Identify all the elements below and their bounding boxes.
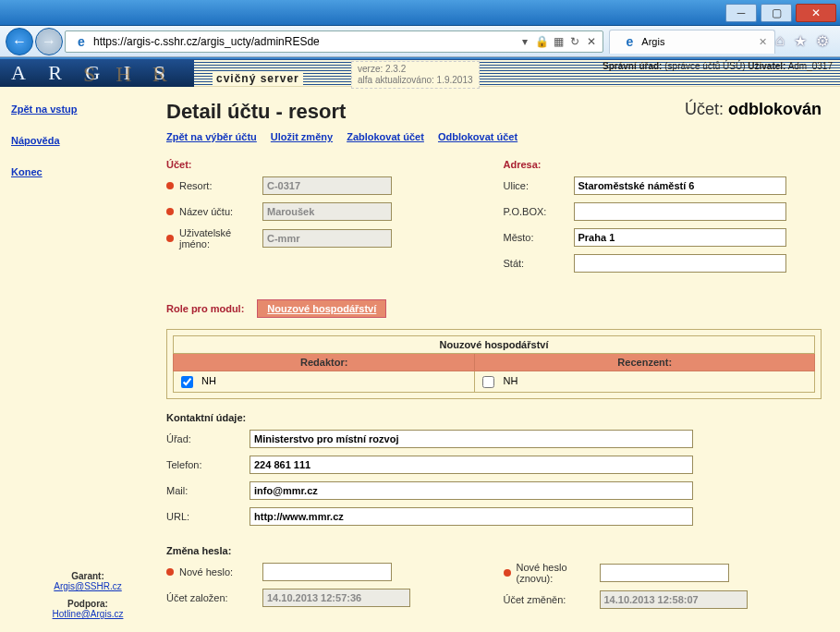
input-newpass-again[interactable] [600,564,729,582]
label-newpass: Nové heslo: [179,566,262,577]
label-office: Úřad: [166,433,250,444]
required-dot-icon [504,569,511,577]
input-office[interactable] [250,430,693,448]
label-username: Uživatelské jméno: [179,227,262,249]
checkbox-reviewer-nh[interactable] [482,376,494,388]
browser-toolbar: ← → e ▾ 🔒 ▦ ↻ ✕ e Argis ✕ ⌂ ★ ⚙ [0,26,840,57]
content: Detail účtu - resort Účet: odblokován Zp… [161,87,840,632]
roles-caption: Nouzové hospodářství [174,336,815,354]
ie-icon: e [621,33,638,50]
action-unblock[interactable]: Odblokovat účet [438,131,517,142]
header-meta: Správní úřad: (správce účtů ÚSÚ) Uživate… [603,61,833,71]
home-icon[interactable]: ⌂ [775,32,785,50]
input-street[interactable] [574,176,786,195]
account-status: Účet: odblokován [685,100,822,119]
dropdown-icon[interactable]: ▾ [517,35,532,48]
label-pobox: P.O.BOX: [504,206,574,217]
logo-shadow: S H R [83,62,175,87]
required-dot-icon [166,235,174,242]
favorites-icon[interactable]: ★ [794,32,807,50]
window-minimize-button[interactable]: ─ [725,4,757,22]
sidebar: Zpět na vstup Nápověda Konec Garant: Arg… [0,87,161,632]
required-dot-icon [166,568,174,576]
action-block[interactable]: Zablokovat účet [347,131,424,142]
label-resort: Resort: [179,180,262,191]
label-url: URL: [166,511,250,522]
sidebar-footer: Garant: Argis@SSHR.cz Podpora: Hotline@A… [18,571,157,619]
refresh-icon[interactable]: ↻ [567,35,582,48]
label-state: Stát: [504,258,574,269]
input-changed [600,590,748,609]
input-phone[interactable] [250,456,693,474]
url-input[interactable] [93,35,516,48]
input-newpass[interactable] [262,563,392,581]
input-city[interactable] [574,228,786,247]
label-mail: Mail: [166,485,250,496]
input-username [262,229,392,248]
label-newpass-again: Nové heslo (znovu): [517,562,600,584]
label-street: Ulice: [504,180,574,191]
input-state[interactable] [574,254,786,273]
module-button[interactable]: Nouzové hospodářství [257,299,386,318]
browser-tab[interactable]: e Argis ✕ [609,30,775,54]
checkbox-reviewer-label: NH [503,375,517,386]
window-titlebar: ─ ▢ ✕ [0,0,840,26]
col-editor: Redaktor: [174,354,475,371]
checkbox-editor-nh[interactable] [181,376,193,388]
lock-icon: 🔒 [534,35,549,48]
tab-close-icon[interactable]: ✕ [759,36,767,48]
input-mail[interactable] [250,481,693,500]
compat-icon[interactable]: ▦ [551,35,566,48]
version-box: verze: 2.3.2 alfa aktualizováno: 1.9.201… [351,61,480,89]
page-title: Detail účtu - resort [166,100,346,124]
address-bar[interactable]: e ▾ 🔒 ▦ ↻ ✕ [65,30,603,53]
label-created: Účet založen: [166,592,262,603]
input-account-name [262,202,392,221]
app-banner: A R G I S S H R cvičný server verze: 2.3… [0,59,840,87]
section-address: Adresa: [504,159,822,170]
label-city: Město: [504,232,574,243]
sidebar-link-end[interactable]: Konec [11,166,150,177]
label-roles: Role pro modul: [166,303,244,314]
window-maximize-button[interactable]: ▢ [761,4,792,22]
roles-box: Nouzové hospodářství Redaktor: Recenzent… [166,329,822,399]
nav-back-button[interactable]: ← [6,28,33,55]
action-bar: Zpět na výběr účtu Uložit změny Zablokov… [166,131,822,142]
app-subtitle: cvičný server [213,72,303,85]
stop-icon[interactable]: ✕ [584,35,599,48]
section-contact: Kontaktní údaje: [166,412,822,423]
input-url[interactable] [250,507,693,526]
nav-forward-button[interactable]: → [35,28,63,55]
input-created [262,589,410,607]
window-close-button[interactable]: ✕ [796,4,836,22]
section-account: Účet: [166,159,485,170]
garant-mail-link[interactable]: Argis@SSHR.cz [54,581,122,591]
checkbox-editor-label: NH [201,375,216,386]
col-reviewer: Recenzent: [475,354,815,371]
settings-icon[interactable]: ⚙ [816,32,829,50]
action-back[interactable]: Zpět na výběr účtu [166,131,257,142]
label-changed: Účet změněn: [504,594,600,605]
required-dot-icon [166,208,174,215]
ie-icon: e [73,33,90,50]
support-mail-link[interactable]: Hotline@Argis.cz [53,609,124,619]
sidebar-link-back[interactable]: Zpět na vstup [11,103,150,115]
input-resort [262,176,392,195]
label-account-name: Název účtu: [179,206,262,217]
required-dot-icon [166,182,174,189]
sidebar-link-help[interactable]: Nápověda [11,135,150,146]
action-save[interactable]: Uložit změny [271,131,333,142]
tab-title: Argis [641,36,664,47]
section-password: Změna hesla: [166,545,822,556]
input-pobox[interactable] [574,202,786,221]
label-phone: Telefon: [166,459,250,470]
